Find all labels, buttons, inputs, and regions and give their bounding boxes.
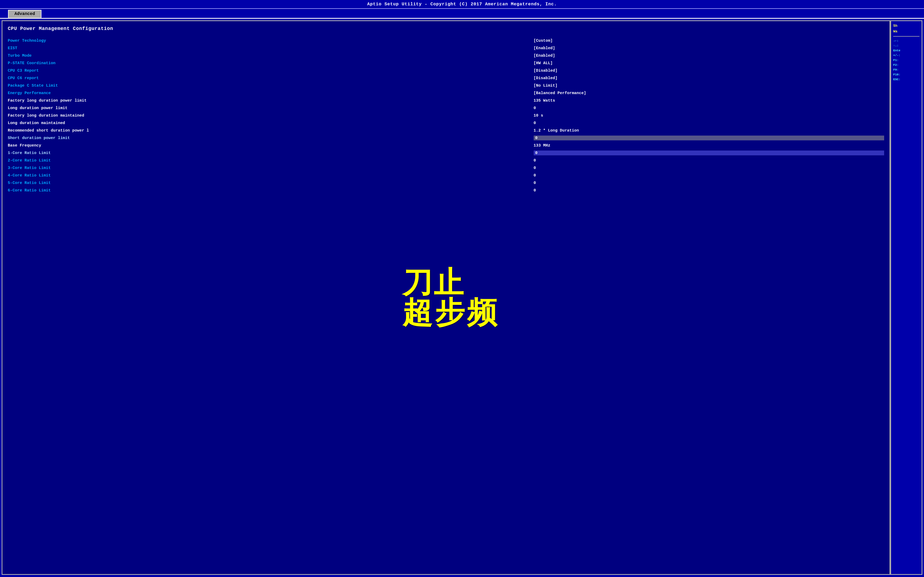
table-row[interactable]: P-STATE Coordination [HW ALL] bbox=[8, 60, 884, 67]
setting-name: Factory long duration maintained bbox=[8, 113, 534, 118]
setting-name: P-STATE Coordination bbox=[8, 61, 534, 65]
setting-name: Factory long duration power limit bbox=[8, 98, 534, 103]
setting-name: 5-Core Ratio Limit bbox=[8, 181, 534, 185]
title-text: Aptio Setup Utility - Copyright (C) 2017… bbox=[367, 2, 557, 7]
setting-value: [Disabled] bbox=[534, 68, 884, 73]
table-row[interactable]: 2-Core Ratio Limit 0 bbox=[8, 157, 884, 164]
setting-value: [No Limit] bbox=[534, 84, 884, 88]
table-row[interactable]: Long duration maintained 0 bbox=[8, 119, 884, 127]
key-f2: F2: bbox=[893, 63, 919, 66]
setting-name: Turbo Mode bbox=[8, 53, 534, 58]
table-row[interactable]: 4-Core Ratio Limit 0 bbox=[8, 172, 884, 179]
setting-name: 4-Core Ratio Limit bbox=[8, 173, 534, 177]
setting-name: Long duration power limit bbox=[8, 106, 534, 110]
main-container: CPU Power Management Configuration Power… bbox=[0, 19, 924, 577]
setting-name: Recommended short duration power l bbox=[8, 128, 534, 133]
table-row[interactable]: EIST [Enabled] bbox=[8, 44, 884, 52]
setting-value: 0 bbox=[534, 188, 884, 192]
table-row[interactable]: Base Frequency 133 MHz bbox=[8, 142, 884, 149]
section-title: CPU Power Management Configuration bbox=[8, 26, 884, 32]
setting-value: [Custom] bbox=[534, 39, 884, 43]
key-f10: F10: bbox=[893, 73, 919, 76]
setting-value: 0 bbox=[534, 121, 884, 125]
table-row[interactable]: Power Technology [Custom] bbox=[8, 37, 884, 44]
setting-name: CPU C3 Report bbox=[8, 68, 534, 73]
setting-name: EIST bbox=[8, 46, 534, 50]
tab-advanced[interactable]: Advanced bbox=[8, 10, 42, 18]
table-row[interactable]: CPU C6 report [Disabled] bbox=[8, 74, 884, 82]
setting-name: 3-Core Ratio Limit bbox=[8, 166, 534, 170]
table-row[interactable]: 1-Core Ratio Limit 0 bbox=[8, 149, 884, 157]
setting-value: [Enabled] bbox=[534, 46, 884, 50]
table-row[interactable]: 6-Core Ratio Limit 0 bbox=[8, 187, 884, 194]
right-sidebar: Sh Wa →←: ↑↓: Ente +/-: F1: F2: F9: F10:… bbox=[890, 20, 922, 575]
watermark: 刀止 超步频 bbox=[402, 268, 499, 327]
sidebar-label-wa: Wa bbox=[893, 29, 919, 34]
setting-value: 0 bbox=[534, 158, 884, 163]
table-row[interactable]: Turbo Mode [Enabled] bbox=[8, 52, 884, 60]
setting-value: 0 bbox=[534, 106, 884, 110]
content-panel: CPU Power Management Configuration Power… bbox=[2, 20, 890, 575]
table-row[interactable]: Factory long duration power limit 135 Wa… bbox=[8, 97, 884, 104]
key-f1: F1: bbox=[893, 58, 919, 62]
table-row[interactable]: Recommended short duration power l 1.2 *… bbox=[8, 127, 884, 134]
setting-value: 0 bbox=[534, 166, 884, 170]
setting-name: Short duration power limit bbox=[8, 136, 534, 140]
setting-value: 1.2 * Long Duration bbox=[534, 128, 884, 133]
setting-value: 0 bbox=[534, 181, 884, 185]
table-row[interactable]: 5-Core Ratio Limit 0 bbox=[8, 179, 884, 187]
setting-value: [Disabled] bbox=[534, 76, 884, 80]
settings-table: Power Technology [Custom] EIST [Enabled]… bbox=[8, 37, 884, 194]
table-row[interactable]: 3-Core Ratio Limit 0 bbox=[8, 164, 884, 172]
table-row[interactable]: Factory long duration maintained 10 s bbox=[8, 112, 884, 119]
setting-value: 10 s bbox=[534, 113, 884, 118]
key-esc: ESC: bbox=[893, 78, 919, 81]
setting-name: 6-Core Ratio Limit bbox=[8, 188, 534, 192]
table-row[interactable]: Long duration power limit 0 bbox=[8, 104, 884, 112]
table-row[interactable]: Energy Performance [Balanced Performance… bbox=[8, 89, 884, 97]
setting-value: [Enabled] bbox=[534, 53, 884, 58]
setting-name: 1-Core Ratio Limit bbox=[8, 151, 534, 155]
setting-value: 133 MHz bbox=[534, 143, 884, 148]
setting-name: CPU C6 report bbox=[8, 76, 534, 80]
setting-name: Power Technology bbox=[8, 39, 534, 43]
setting-value: 0 bbox=[534, 135, 884, 140]
tab-bar: Advanced bbox=[0, 9, 924, 19]
setting-name: Base Frequency bbox=[8, 143, 534, 148]
key-updown: ↑↓: bbox=[893, 44, 919, 47]
sidebar-divider bbox=[893, 36, 919, 37]
setting-name: Energy Performance bbox=[8, 91, 534, 95]
key-arrows: →←: bbox=[893, 39, 919, 42]
title-bar: Aptio Setup Utility - Copyright (C) 2017… bbox=[0, 0, 924, 9]
key-plusminus: +/-: bbox=[893, 54, 919, 57]
table-row[interactable]: CPU C3 Report [Disabled] bbox=[8, 67, 884, 74]
setting-value: 0 bbox=[534, 173, 884, 177]
setting-value: [HW ALL] bbox=[534, 61, 884, 65]
key-f9: F9: bbox=[893, 68, 919, 71]
setting-value: 0 bbox=[534, 150, 884, 155]
setting-name: Package C State Limit bbox=[8, 84, 534, 88]
sidebar-label-sh: Sh bbox=[893, 24, 919, 28]
setting-value: [Balanced Performance] bbox=[534, 91, 884, 95]
key-enter: Ente bbox=[893, 49, 919, 52]
table-row[interactable]: Short duration power limit 0 bbox=[8, 134, 884, 142]
setting-name: 2-Core Ratio Limit bbox=[8, 158, 534, 163]
table-row[interactable]: Package C State Limit [No Limit] bbox=[8, 82, 884, 89]
setting-value: 135 Watts bbox=[534, 98, 884, 103]
setting-name: Long duration maintained bbox=[8, 121, 534, 125]
